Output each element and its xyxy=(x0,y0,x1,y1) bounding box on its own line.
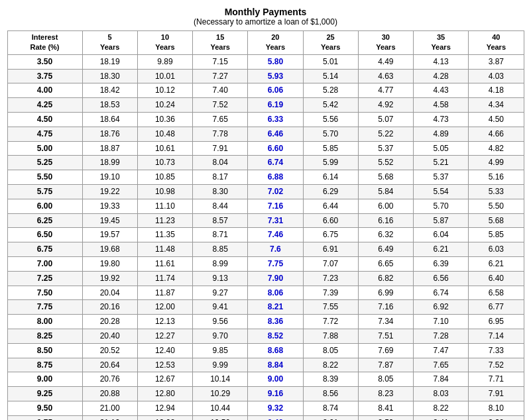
cell-8-5: 6.14 xyxy=(303,170,358,185)
cell-25-0: 9.75 xyxy=(7,415,82,420)
cell-7-2: 10.73 xyxy=(137,156,192,170)
cell-20-4: 8.68 xyxy=(248,343,303,358)
cell-20-3: 9.85 xyxy=(193,343,248,358)
table-row: 4.7518.7610.487.786.465.705.224.894.66 xyxy=(7,127,524,141)
table-row: 3.7518.3010.017.275.935.144.634.284.03 xyxy=(7,69,524,83)
cell-5-1: 18.76 xyxy=(82,127,137,141)
cell-8-3: 8.17 xyxy=(193,170,248,185)
cell-24-3: 10.44 xyxy=(193,401,248,415)
cell-16-3: 9.27 xyxy=(193,286,248,300)
cell-17-3: 9.41 xyxy=(193,300,248,315)
cell-18-8: 6.95 xyxy=(469,315,524,329)
header-col-2: 10Years xyxy=(137,31,192,55)
cell-17-0: 7.75 xyxy=(7,300,82,315)
cell-13-1: 19.68 xyxy=(82,242,137,257)
cell-16-8: 6.58 xyxy=(469,286,524,300)
cell-20-8: 7.33 xyxy=(469,343,524,358)
cell-15-3: 9.13 xyxy=(193,271,248,286)
cell-25-7: 8.41 xyxy=(413,415,468,420)
cell-15-1: 19.92 xyxy=(82,271,137,286)
table-row: 3.5018.199.897.155.805.014.494.133.87 xyxy=(7,54,524,69)
cell-22-7: 7.84 xyxy=(413,372,468,387)
table-row: 5.7519.2210.988.307.026.295.845.545.33 xyxy=(7,184,524,199)
cell-6-1: 18.87 xyxy=(82,141,137,156)
cell-7-3: 8.04 xyxy=(193,156,248,170)
cell-14-7: 6.39 xyxy=(413,256,468,271)
cell-18-7: 7.10 xyxy=(413,315,468,329)
cell-23-5: 8.56 xyxy=(303,387,358,401)
header-col-1: 5Years xyxy=(82,31,137,55)
cell-10-5: 6.44 xyxy=(303,199,358,213)
cell-17-7: 6.92 xyxy=(413,300,468,315)
cell-1-0: 3.75 xyxy=(7,69,82,83)
cell-9-0: 5.75 xyxy=(7,184,82,199)
cell-11-1: 19.45 xyxy=(82,213,137,228)
title-block: Monthly Payments (Necessary to amortize … xyxy=(7,7,524,26)
cell-10-8: 5.50 xyxy=(469,199,524,213)
cell-5-6: 5.22 xyxy=(358,127,413,141)
cell-1-1: 18.30 xyxy=(82,69,137,83)
cell-13-4: 7.6 xyxy=(248,242,303,257)
cell-15-4: 7.90 xyxy=(248,271,303,286)
cell-25-1: 21.12 xyxy=(82,415,137,420)
cell-21-5: 8.22 xyxy=(303,358,358,372)
cell-16-4: 8.06 xyxy=(248,286,303,300)
cell-10-4: 7.16 xyxy=(248,199,303,213)
cell-24-1: 21.00 xyxy=(82,401,137,415)
cell-11-5: 6.60 xyxy=(303,213,358,228)
table-row: 5.0018.8710.617.916.605.855.375.054.82 xyxy=(7,141,524,156)
cell-0-0: 3.50 xyxy=(7,54,82,69)
cell-2-8: 4.18 xyxy=(469,83,524,98)
table-row: 6.5019.5711.358.717.466.756.326.045.85 xyxy=(7,228,524,242)
cell-4-3: 7.65 xyxy=(193,112,248,127)
cell-19-4: 8.52 xyxy=(248,329,303,343)
table-row: 7.7520.1612.009.418.217.557.166.926.77 xyxy=(7,300,524,315)
header-col-0: InterestRate (%) xyxy=(7,31,82,55)
cell-2-6: 4.77 xyxy=(358,83,413,98)
cell-12-7: 6.04 xyxy=(413,228,468,242)
table-row: 8.2520.4012.279.708.527.887.517.287.14 xyxy=(7,329,524,343)
table-row: 6.2519.4511.238.577.316.606.165.875.68 xyxy=(7,213,524,228)
table-row: 6.0019.3311.108.447.166.446.005.705.50 xyxy=(7,199,524,213)
cell-14-5: 7.07 xyxy=(303,256,358,271)
cell-18-0: 8.00 xyxy=(7,315,82,329)
cell-6-7: 5.05 xyxy=(413,141,468,156)
cell-22-2: 12.67 xyxy=(137,372,192,387)
cell-25-8: 8.30 xyxy=(469,415,524,420)
cell-15-6: 6.82 xyxy=(358,271,413,286)
table-row: 9.7521.1213.0810.599.498.918.598.418.30 xyxy=(7,415,524,420)
cell-24-6: 8.41 xyxy=(358,401,413,415)
table-row: 5.5019.1010.858.176.886.145.685.375.16 xyxy=(7,170,524,185)
cell-14-4: 7.75 xyxy=(248,256,303,271)
cell-17-8: 6.77 xyxy=(469,300,524,315)
cell-19-1: 20.40 xyxy=(82,329,137,343)
cell-2-5: 5.28 xyxy=(303,83,358,98)
cell-10-7: 5.70 xyxy=(413,199,468,213)
cell-20-5: 8.05 xyxy=(303,343,358,358)
cell-14-2: 11.61 xyxy=(137,256,192,271)
cell-20-6: 7.69 xyxy=(358,343,413,358)
table-row: 8.0020.2812.139.568.367.727.347.106.95 xyxy=(7,315,524,329)
cell-8-4: 6.88 xyxy=(248,170,303,185)
cell-10-6: 6.00 xyxy=(358,199,413,213)
cell-19-5: 7.88 xyxy=(303,329,358,343)
cell-12-3: 8.71 xyxy=(193,228,248,242)
cell-12-8: 5.85 xyxy=(469,228,524,242)
cell-19-3: 9.70 xyxy=(193,329,248,343)
cell-20-1: 20.52 xyxy=(82,343,137,358)
cell-4-8: 4.50 xyxy=(469,112,524,127)
cell-7-4: 6.74 xyxy=(248,156,303,170)
sub-title: (Necessary to amortize a loan of $1,000) xyxy=(7,17,524,26)
cell-6-5: 5.85 xyxy=(303,141,358,156)
cell-9-4: 7.02 xyxy=(248,184,303,199)
cell-11-3: 8.57 xyxy=(193,213,248,228)
cell-21-1: 20.64 xyxy=(82,358,137,372)
amortization-table: InterestRate (%)5Years10Years15Years20Ye… xyxy=(7,30,524,420)
cell-13-6: 6.49 xyxy=(358,242,413,257)
table-row: 9.0020.7612.6710.149.008.398.057.847.71 xyxy=(7,372,524,387)
cell-8-7: 5.37 xyxy=(413,170,468,185)
cell-13-7: 6.21 xyxy=(413,242,468,257)
cell-0-3: 7.15 xyxy=(193,54,248,69)
cell-16-6: 6.99 xyxy=(358,286,413,300)
cell-11-6: 6.16 xyxy=(358,213,413,228)
